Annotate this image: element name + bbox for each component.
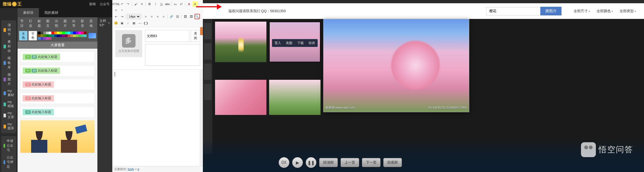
align-justify-button[interactable]: ≡: [161, 14, 166, 19]
color-swatch[interactable]: [49, 34, 51, 37]
html-source-button[interactable]: HTML: [113, 1, 119, 7]
sidebar-item-my-material[interactable]: my素材: [1, 88, 16, 99]
align-right-button[interactable]: ≡: [155, 14, 160, 19]
color-swatch[interactable]: [43, 34, 46, 37]
scrollbar-thumb[interactable]: [200, 27, 203, 35]
action-download[interactable]: 下载: [297, 41, 304, 45]
outdent-button[interactable]: ⇤: [113, 14, 119, 19]
playback-rate-button[interactable]: 0X: [279, 157, 289, 168]
font-color-button[interactable]: A: [186, 1, 192, 7]
color-swatch[interactable]: [84, 32, 87, 34]
clear-format-button[interactable]: ✕: [139, 1, 144, 7]
image-button[interactable]: 🖼: [183, 14, 188, 19]
color-swatch[interactable]: [54, 34, 57, 37]
color-swatch[interactable]: [73, 34, 76, 37]
action-beautify[interactable]: 美图: [286, 41, 292, 45]
color-swatch[interactable]: [73, 32, 76, 34]
link-official-account[interactable]: 公众号: [100, 2, 110, 6]
color-swatch[interactable]: [38, 34, 41, 37]
search-button[interactable]: 搜图片: [540, 7, 562, 15]
color-swatch[interactable]: [84, 34, 87, 37]
app-logo[interactable]: 微编 王: [3, 1, 22, 7]
sidebar-item-blocks[interactable]: 素材块: [1, 38, 16, 55]
superscript-button[interactable]: x²: [179, 1, 184, 7]
image-thumbnail-2[interactable]: 置入 美图 下载 转存: [269, 22, 321, 62]
blocks-list[interactable]: 大屏查看 05此处输入标题 04此处输入标题 02此处输入标题 02此处输入标题…: [18, 42, 97, 172]
color-swatch[interactable]: [54, 32, 57, 34]
indent-button[interactable]: ⇥: [119, 14, 125, 19]
color-swatch[interactable]: [70, 34, 73, 37]
color-swatch[interactable]: [49, 37, 51, 40]
color-swatch[interactable]: [68, 32, 70, 34]
strip-item[interactable]: [204, 43, 212, 59]
sidebar-item-qingming[interactable]: 清明节: [1, 22, 16, 38]
sidebar-item-account-article[interactable]: 公众号文章: [1, 170, 16, 172]
strikethrough-button[interactable]: abc: [165, 1, 170, 7]
image-thumbnail-3[interactable]: [215, 80, 266, 115]
cat-other[interactable]: 其他: [88, 18, 96, 29]
close-icon[interactable]: ×: [108, 21, 110, 25]
ordered-list-button[interactable]: ≡: [113, 7, 119, 13]
block-item[interactable]: 04此处输入标题: [20, 65, 95, 76]
path-body-link[interactable]: body: [128, 167, 134, 171]
subscript-button[interactable]: x₂: [173, 1, 178, 7]
document-title-input[interactable]: [145, 30, 189, 42]
color-swatch[interactable]: [46, 34, 49, 37]
color-swatch[interactable]: [57, 32, 60, 34]
scroll-top-button[interactable]: 回顶部: [319, 158, 338, 167]
play-button[interactable]: ▶: [292, 157, 303, 168]
pause-button[interactable]: ❚❚: [306, 157, 316, 168]
align-left-button[interactable]: ≡: [143, 14, 148, 19]
redo-button[interactable]: ↷: [125, 1, 131, 7]
illustration-block[interactable]: [20, 120, 95, 153]
cat-festival[interactable]: 节日: [19, 18, 27, 29]
sidebar-item-apply-account[interactable]: 申请公众号: [1, 137, 16, 154]
sidebar-item-bind-account[interactable]: 公众号绑定: [1, 154, 16, 170]
filter-type[interactable]: 全部类型: [620, 9, 636, 14]
cat-industry[interactable]: 行业: [28, 18, 35, 29]
editor-content-area[interactable]: [113, 70, 203, 172]
cover-image-picker[interactable]: 点击更换封面图: [115, 30, 142, 57]
undo-icon[interactable]: [88, 33, 96, 38]
block-item[interactable]: 02此处输入标题: [20, 79, 95, 90]
block-item[interactable]: 02此处输入标题: [20, 93, 95, 104]
sidebar-item-templates[interactable]: 模板库: [1, 55, 16, 71]
color-swatch[interactable]: [41, 37, 43, 40]
color-swatch[interactable]: [76, 32, 78, 34]
color-swatch[interactable]: [68, 34, 70, 37]
link-button[interactable]: 🔗: [169, 14, 174, 19]
image-preview[interactable]: 昵图网 www.nipic.com By 安莉莉520 201406051739…: [323, 19, 469, 112]
sidebar-item-my-template[interactable]: my模板: [1, 99, 16, 110]
color-swatch[interactable]: [60, 34, 62, 37]
color-swatch[interactable]: [41, 32, 43, 34]
text-color-button[interactable]: 字色: [28, 31, 37, 41]
hr-button[interactable]: —: [137, 20, 143, 26]
action-insert[interactable]: 置入: [275, 41, 281, 45]
scrollbar-track[interactable]: [200, 70, 203, 172]
color-swatch[interactable]: [62, 34, 65, 37]
video-button[interactable]: ▣: [119, 20, 125, 26]
cat-image-text[interactable]: 图文: [45, 18, 53, 29]
strip-item[interactable]: [204, 64, 212, 80]
main-color-button[interactable]: 主色: [19, 31, 28, 41]
format-brush-button[interactable]: 🖌: [133, 1, 138, 7]
emoji-button[interactable]: 😊: [113, 20, 119, 26]
unlink-button[interactable]: ⛓: [175, 14, 180, 19]
color-swatch[interactable]: [38, 32, 41, 34]
tab-material-blocks[interactable]: 素材块: [18, 8, 39, 17]
next-page-button[interactable]: 下一页: [362, 158, 381, 167]
cat-guide[interactable]: 向导: [71, 18, 79, 29]
color-swatch[interactable]: [41, 34, 43, 37]
color-swatch[interactable]: [81, 34, 84, 37]
image-thumbnail-4[interactable]: [269, 80, 321, 115]
color-swatch[interactable]: [65, 32, 68, 34]
cat-picture[interactable]: 图片: [62, 18, 70, 29]
color-swatch[interactable]: [43, 37, 46, 40]
cat-media[interactable]: 影音: [80, 18, 87, 29]
action-save[interactable]: 转存: [309, 41, 315, 45]
document-tab[interactable]: 文档63*: [100, 19, 107, 27]
audio-button[interactable]: ♪: [125, 20, 131, 26]
cat-title[interactable]: 标题: [36, 18, 44, 29]
color-swatch[interactable]: [78, 34, 81, 37]
color-swatch[interactable]: [51, 32, 54, 34]
